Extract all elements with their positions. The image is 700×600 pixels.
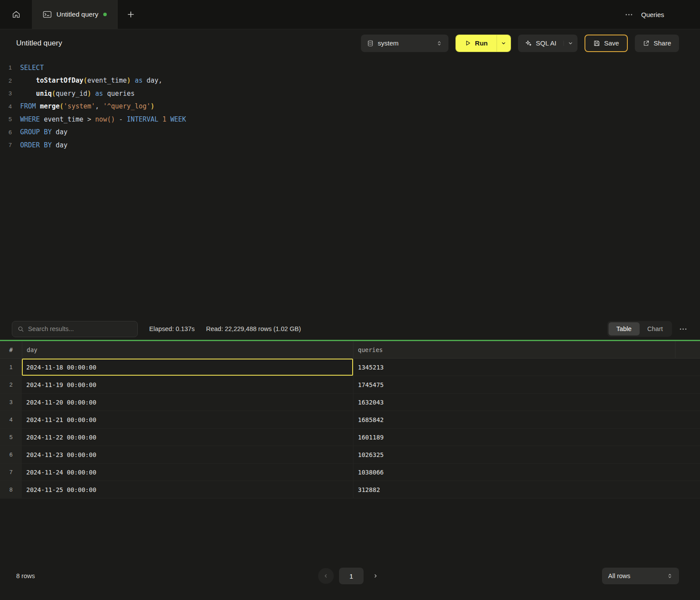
prev-page-button[interactable] <box>318 568 334 584</box>
read-stat: Read: 22,229,488 rows (1.02 GB) <box>206 325 301 332</box>
play-icon <box>465 40 471 46</box>
next-page-button[interactable] <box>369 568 382 584</box>
cell-day[interactable]: 2024-11-21 00:00:00 <box>22 411 353 428</box>
code-line: 2 toStartOfDay(event_time) as day, <box>0 74 700 87</box>
row-number-cell[interactable]: 7 <box>0 464 22 481</box>
code-text: ORDER BY day <box>20 141 67 149</box>
cell-queries[interactable]: 1038066 <box>353 464 700 481</box>
code-line: 3 uniq(query_id) as queries <box>0 87 700 100</box>
save-icon <box>593 40 600 47</box>
search-results-box <box>12 321 138 337</box>
line-number: 1 <box>0 64 20 71</box>
terminal-icon <box>43 10 52 19</box>
new-tab-button[interactable] <box>118 0 144 29</box>
code-text: toStartOfDay(event_time) as day, <box>20 77 162 84</box>
run-options-button[interactable] <box>497 35 511 52</box>
column-header-queries[interactable]: queries <box>353 341 675 358</box>
cell-queries[interactable]: 312882 <box>353 481 700 498</box>
code-line: 7ORDER BY day <box>0 139 700 152</box>
unsaved-dot <box>103 13 107 16</box>
results-table-header: # day queries <box>0 341 700 359</box>
tab-table-view[interactable]: Table <box>609 322 640 335</box>
sql-ai-button-group: SQL AI <box>518 35 578 52</box>
row-number-cell[interactable]: 3 <box>0 394 22 411</box>
row-number-cell[interactable]: 5 <box>0 429 22 446</box>
more-options-icon[interactable] <box>624 11 634 18</box>
tab-label: Untitled query <box>56 10 98 18</box>
database-select[interactable]: system <box>361 35 448 52</box>
sql-editor[interactable]: 1SELECT2 toStartOfDay(event_time) as day… <box>0 57 700 318</box>
table-row: 42024-11-21 00:00:001685842 <box>0 411 700 429</box>
line-number: 2 <box>0 77 20 84</box>
share-icon <box>643 40 650 47</box>
row-number-cell[interactable]: 6 <box>0 446 22 463</box>
cell-day[interactable]: 2024-11-19 00:00:00 <box>22 376 353 393</box>
cell-queries[interactable]: 1601189 <box>353 429 700 446</box>
cell-day[interactable]: 2024-11-24 00:00:00 <box>22 464 353 481</box>
column-header-day[interactable]: day <box>22 341 353 358</box>
cell-day[interactable]: 2024-11-23 00:00:00 <box>22 446 353 463</box>
code-text: WHERE event_time > now() - INTERVAL 1 WE… <box>20 115 186 123</box>
line-number: 3 <box>0 90 20 97</box>
code-line: 1SELECT <box>0 61 700 74</box>
run-button[interactable]: Run <box>456 35 497 52</box>
elapsed-stat: Elapsed: 0.137s <box>149 325 195 332</box>
results-footer: 8 rows 1 All rows <box>0 552 700 600</box>
table-row: 52024-11-22 00:00:001601189 <box>0 429 700 446</box>
select-updown-icon <box>667 572 673 579</box>
code-text: SELECT <box>20 64 44 72</box>
cell-queries[interactable]: 1685842 <box>353 411 700 428</box>
current-page-button[interactable]: 1 <box>339 568 364 584</box>
code-text: FROM merge('system', '^query_log') <box>20 102 154 110</box>
select-updown-icon <box>436 40 442 47</box>
row-number-cell[interactable]: 2 <box>0 376 22 393</box>
cell-queries[interactable]: 1745475 <box>353 376 700 393</box>
cell-queries[interactable]: 1026325 <box>353 446 700 463</box>
row-number-cell[interactable]: 4 <box>0 411 22 428</box>
table-row: 62024-11-23 00:00:001026325 <box>0 446 700 464</box>
page-size-value: All rows <box>608 572 663 579</box>
cell-day[interactable]: 2024-11-25 00:00:00 <box>22 481 353 498</box>
cell-queries[interactable]: 1345213 <box>353 359 700 376</box>
column-header-index: # <box>0 341 22 358</box>
page-size-select[interactable]: All rows <box>602 568 679 584</box>
home-button[interactable] <box>0 0 32 29</box>
code-line: 6GROUP BY day <box>0 126 700 139</box>
share-button[interactable]: Share <box>635 35 679 52</box>
view-switcher: Table Chart <box>607 321 672 337</box>
results-toolbar: Elapsed: 0.137s Read: 22,229,488 rows (1… <box>0 318 700 340</box>
sql-ai-options-button[interactable] <box>564 41 578 46</box>
column-header-filler <box>675 341 700 358</box>
table-row: 82024-11-25 00:00:00312882 <box>0 481 700 499</box>
line-number: 7 <box>0 142 20 148</box>
code-line: 4FROM merge('system', '^query_log') <box>0 100 700 113</box>
code-line: 5WHERE event_time > now() - INTERVAL 1 W… <box>0 113 700 126</box>
results-empty-area <box>0 499 700 552</box>
cell-day[interactable]: 2024-11-18 00:00:00 <box>22 359 353 376</box>
plus-icon <box>127 11 134 18</box>
cell-queries[interactable]: 1632043 <box>353 394 700 411</box>
row-number-cell[interactable]: 8 <box>0 481 22 498</box>
queries-link[interactable]: Queries <box>641 11 664 18</box>
tab-untitled-query[interactable]: Untitled query <box>32 0 118 29</box>
search-results-input[interactable] <box>28 325 132 332</box>
code-text: GROUP BY day <box>20 128 67 136</box>
table-row: 12024-11-18 00:00:001345213 <box>0 359 700 376</box>
cell-day[interactable]: 2024-11-20 00:00:00 <box>22 394 353 411</box>
chevron-left-icon <box>323 573 329 579</box>
query-title: Untitled query <box>16 39 62 48</box>
sparkle-icon <box>525 40 532 47</box>
cell-day[interactable]: 2024-11-22 00:00:00 <box>22 429 353 446</box>
row-number-cell[interactable]: 1 <box>0 359 22 376</box>
table-row: 72024-11-24 00:00:001038066 <box>0 464 700 481</box>
tab-chart-view[interactable]: Chart <box>640 322 671 335</box>
code-text: uniq(query_id) as queries <box>20 90 135 98</box>
save-button[interactable]: Save <box>584 35 628 52</box>
results-more-icon[interactable] <box>678 326 688 332</box>
chevron-down-icon <box>568 41 573 46</box>
query-toolbar: Untitled query system Run SQL AI <box>0 29 700 57</box>
line-number: 4 <box>0 103 20 110</box>
sql-ai-button[interactable]: SQL AI <box>518 39 564 47</box>
line-number: 6 <box>0 129 20 136</box>
table-row: 22024-11-19 00:00:001745475 <box>0 376 700 394</box>
